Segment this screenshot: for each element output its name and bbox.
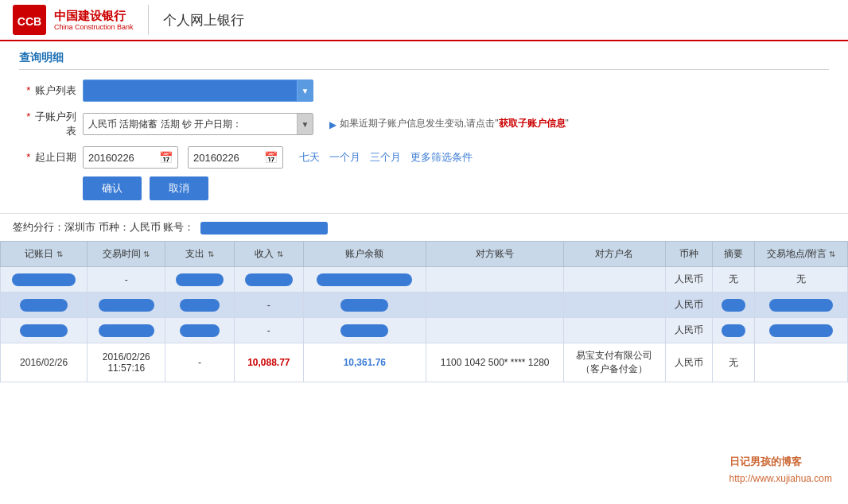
cell-cpart-name-4: 易宝支付有限公司 （客户备付金）	[564, 343, 665, 382]
sub-account-label: * 子账户列表	[19, 110, 83, 138]
cell-time-2	[88, 293, 165, 318]
cell-date-1	[1, 267, 88, 293]
col-counterpart-account: 对方账号	[426, 242, 564, 267]
cell-summary-2	[713, 293, 755, 318]
cell-income-4: 10,088.77	[234, 343, 303, 382]
cancel-button[interactable]: 取消	[150, 176, 208, 200]
col-location[interactable]: 交易地点/附言 ⇅	[755, 242, 848, 267]
sub-account-select[interactable]: 人民币 活期储蓄 活期 钞 开户日期： ▼	[83, 113, 313, 135]
query-title: 查询明细	[19, 51, 829, 70]
date-label: * 起止日期	[19, 150, 83, 165]
page-title: 个人网上银行	[149, 11, 244, 29]
sort-icon-expense: ⇅	[208, 250, 214, 258]
cell-balance-2	[303, 293, 426, 318]
account-select[interactable]: ▼	[83, 79, 313, 102]
table-row: - 人民币 无 无	[1, 267, 848, 293]
cell-cpart-name-2	[564, 293, 665, 318]
account-dropdown-arrow[interactable]: ▼	[297, 80, 313, 101]
sort-icon-income: ⇅	[277, 250, 283, 258]
hint-box: ▶ 如果近期子账户信息发生变动,请点击"获取子账户信息"	[329, 116, 569, 132]
chevron-down-icon: ▼	[301, 87, 309, 95]
required-star2: *	[26, 110, 30, 122]
redacted-location-2	[769, 299, 833, 312]
get-account-info-link[interactable]: 获取子账户信息	[499, 118, 566, 129]
cell-expense-2	[165, 293, 235, 318]
bank-name-en: China Construction Bank	[54, 23, 134, 32]
sort-icon-location: ⇅	[829, 250, 835, 258]
hint-arrow-icon: ▶	[329, 118, 336, 132]
date-end-value: 20160226	[193, 152, 239, 164]
ccb-logo-icon: CCB	[13, 5, 46, 35]
cell-time-1: -	[88, 267, 165, 293]
redacted-balance-1	[317, 273, 412, 286]
table-header: 记账日 ⇅ 交易时间 ⇅ 支出 ⇅ 收入 ⇅ 账户余额 对方账号 对方户名 币种…	[1, 242, 848, 267]
sub-account-dropdown-arrow[interactable]: ▼	[297, 114, 313, 134]
three-months-link[interactable]: 三个月	[370, 150, 401, 165]
sort-icon-time: ⇅	[143, 250, 150, 258]
sub-account-row: * 子账户列表 人民币 活期储蓄 活期 钞 开户日期： ▼ ▶ 如果近期子账户信…	[19, 110, 829, 138]
cell-currency-2: 人民币	[665, 293, 713, 318]
cell-balance-4: 10,361.76	[303, 343, 426, 382]
date-start-value: 20160226	[88, 152, 134, 164]
table-body: - 人民币 无 无 - 人民币	[1, 267, 848, 382]
col-currency: 币种	[665, 242, 713, 267]
redacted-summary-3	[722, 324, 745, 337]
date-start-input[interactable]: 20160226 📅	[83, 146, 178, 169]
redacted-summary-2	[722, 299, 745, 312]
cell-balance-3	[303, 318, 426, 343]
watermark: 日记男孩的博客 http://www.xujiahua.com	[729, 452, 832, 488]
cell-cpart-acc-1	[426, 267, 564, 293]
cell-cpart-acc-4: 1100 1042 500* **** 1280	[426, 343, 564, 382]
cell-summary-1: 无	[713, 267, 755, 293]
redacted-time-2	[99, 299, 154, 312]
redacted-balance-3	[340, 324, 388, 337]
redacted-income-1	[245, 273, 293, 286]
one-month-link[interactable]: 一个月	[329, 150, 360, 165]
bank-name-cn: 中国建设银行	[54, 9, 134, 23]
sub-account-value: 人民币 活期储蓄 活期 钞 开户日期：	[88, 118, 242, 131]
cell-date-4: 2016/02/26	[1, 343, 88, 382]
col-date[interactable]: 记账日 ⇅	[1, 242, 88, 267]
cell-income-1	[234, 267, 303, 293]
cell-location-1: 无	[755, 267, 848, 293]
redacted-date-1	[12, 273, 76, 286]
col-summary: 摘要	[713, 242, 755, 267]
redacted-expense-1	[176, 273, 224, 286]
chevron-down-icon2: ▼	[301, 120, 309, 129]
cell-income-3: -	[234, 318, 303, 343]
cell-balance-1	[303, 267, 426, 293]
account-bar: 签约分行：深圳市 币种：人民币 账号：	[0, 213, 848, 241]
col-expense[interactable]: 支出 ⇅	[165, 242, 235, 267]
watermark-line1: 日记男孩的博客	[729, 452, 832, 471]
cell-currency-1: 人民币	[665, 267, 713, 293]
account-label: * 账户列表	[19, 83, 83, 98]
cell-cpart-acc-3	[426, 318, 564, 343]
redacted-time-3	[99, 324, 154, 337]
required-star3: *	[26, 151, 30, 163]
cell-expense-4: -	[165, 343, 235, 382]
cell-summary-3	[713, 318, 755, 343]
cell-expense-1	[165, 267, 235, 293]
more-filters-link[interactable]: 更多筛选条件	[410, 150, 473, 165]
cell-time-3	[88, 318, 165, 343]
date-row: * 起止日期 20160226 📅 20160226 📅 七天 一个月 三个月 …	[19, 146, 829, 169]
quick-links: 七天 一个月 三个月 更多筛选条件	[299, 150, 473, 165]
seven-days-link[interactable]: 七天	[299, 150, 320, 165]
calendar-icon-end: 📅	[264, 151, 278, 164]
account-number-redacted	[200, 222, 328, 235]
table-container: 记账日 ⇅ 交易时间 ⇅ 支出 ⇅ 收入 ⇅ 账户余额 对方账号 对方户名 币种…	[0, 241, 848, 382]
cell-income-2: -	[234, 293, 303, 318]
table-row: - 人民币	[1, 293, 848, 318]
date-end-input[interactable]: 20160226 📅	[188, 146, 283, 169]
col-income[interactable]: 收入 ⇅	[234, 242, 303, 267]
calendar-icon-start: 📅	[159, 151, 173, 164]
account-bar-label: 签约分行：深圳市 币种：人民币 账号：	[13, 221, 194, 233]
cell-currency-3: 人民币	[665, 318, 713, 343]
confirm-button[interactable]: 确认	[83, 176, 142, 200]
col-time[interactable]: 交易时间 ⇅	[88, 242, 165, 267]
col-balance: 账户余额	[303, 242, 426, 267]
query-section: 查询明细 * 账户列表 ▼ * 子账户列表 人民币 活期储蓄 活期 钞 开户日期…	[0, 41, 848, 208]
cell-expense-3	[165, 318, 235, 343]
cell-cpart-name-1	[564, 267, 665, 293]
redacted-date-3	[20, 324, 68, 337]
